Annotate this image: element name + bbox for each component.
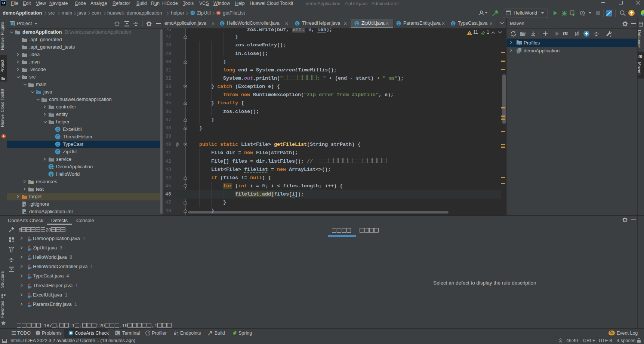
svg-text:C: C [221,22,224,25]
svg-text:C: C [355,22,358,25]
svg-text:C: C [56,142,59,147]
svg-text:C: C [56,150,59,154]
svg-text:m: m [517,50,520,54]
svg-text:C: C [56,135,59,139]
svg-text:C: C [191,11,194,15]
svg-text:m: m [24,212,27,215]
svg-text:m: m [217,11,220,15]
svg-text:C: C [296,22,299,25]
svg-text:C: C [452,22,455,25]
svg-text:C: C [56,128,59,132]
svg-text:C: C [397,22,400,25]
